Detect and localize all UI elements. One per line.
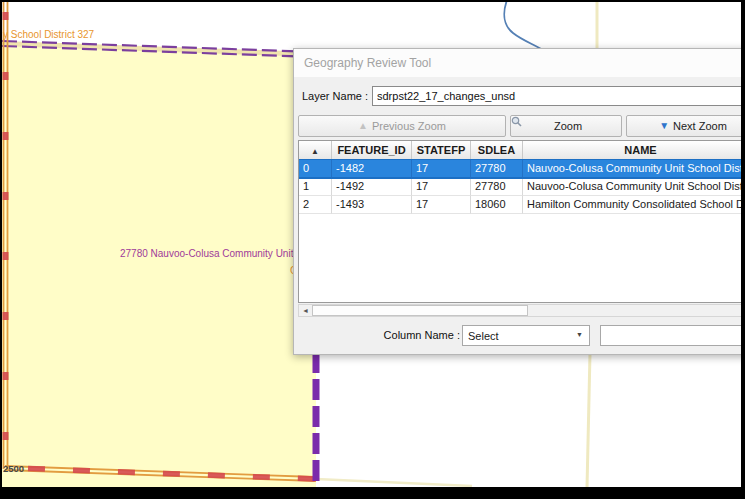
- previous-zoom-label: Previous Zoom: [372, 120, 446, 132]
- next-zoom-icon: ▼: [659, 121, 669, 131]
- river-line: [504, 2, 546, 52]
- cell-sdlea: 27780: [471, 178, 523, 196]
- column-name-dropdown[interactable]: Select ▼: [462, 325, 590, 346]
- column-header-sdlea[interactable]: SDLEA: [471, 141, 523, 159]
- road-cream-bottom: [587, 353, 590, 487]
- zoom-button[interactable]: Zoom: [510, 115, 622, 137]
- cell-statefp: 17: [412, 196, 471, 214]
- cell-name: Nauvoo-Colusa Community Unit School Dist…: [523, 178, 741, 196]
- cell-feature-id: -1493: [332, 196, 412, 214]
- previous-zoom-button[interactable]: ▲ Previous Zoom: [298, 115, 506, 137]
- row-header: 0: [299, 160, 332, 178]
- layer-name-input[interactable]: [372, 86, 741, 106]
- cell-sdlea: 18060: [471, 196, 523, 214]
- column-name-label: Column Name :: [336, 329, 460, 341]
- layer-name-label: Layer Name :: [302, 90, 368, 102]
- map-label-road-2500: 2500: [3, 463, 24, 474]
- next-zoom-label: Next Zoom: [673, 120, 727, 132]
- filter-value-input[interactable]: [600, 325, 741, 346]
- attribute-table: ▲ FEATURE_ID STATEFP SDLEA NAME 0 -1482 …: [298, 140, 741, 303]
- cell-name: Hamilton Community Consolidated School D…: [523, 196, 741, 214]
- table-row[interactable]: 0 -1482 17 27780 Nauvoo-Colusa Community…: [299, 160, 741, 178]
- geography-review-tool-dialog: Geography Review Tool Layer Name : ▲ Pre…: [293, 48, 741, 355]
- cell-statefp: 17: [412, 178, 471, 196]
- previous-zoom-icon: ▲: [358, 121, 368, 131]
- table-header-row: ▲ FEATURE_ID STATEFP SDLEA NAME: [299, 141, 741, 160]
- row-header: 1: [299, 178, 332, 196]
- table-row[interactable]: 1 -1492 17 27780 Nauvoo-Colusa Community…: [299, 178, 741, 196]
- cell-statefp: 17: [412, 160, 471, 178]
- cell-name: Nauvoo-Colusa Community Unit School Dist…: [523, 160, 741, 178]
- zoom-label: Zoom: [554, 120, 582, 132]
- cell-sdlea: 27780: [471, 160, 523, 178]
- dialog-title: Geography Review Tool: [304, 56, 431, 70]
- sort-ascending-icon[interactable]: ▲: [299, 141, 332, 159]
- row-header: 2: [299, 196, 332, 214]
- screenshot-frame: y School District 327 27780 Nauvoo-Colus…: [0, 0, 745, 499]
- scroll-left-icon[interactable]: ◄: [299, 305, 312, 316]
- horizontal-scrollbar[interactable]: ◄: [298, 304, 741, 317]
- dialog-titlebar[interactable]: Geography Review Tool: [294, 49, 741, 77]
- column-header-statefp[interactable]: STATEFP: [412, 141, 471, 159]
- map-canvas[interactable]: y School District 327 27780 Nauvoo-Colus…: [2, 2, 741, 487]
- map-label-district-327: y School District 327: [3, 29, 94, 40]
- cell-feature-id: -1492: [332, 178, 412, 196]
- table-row[interactable]: 2 -1493 17 18060 Hamilton Community Cons…: [299, 196, 741, 214]
- column-header-feature-id[interactable]: FEATURE_ID: [332, 141, 412, 159]
- chevron-down-icon: ▼: [576, 331, 583, 338]
- dropdown-selected-value: Select: [468, 330, 499, 342]
- column-header-name[interactable]: NAME: [523, 141, 741, 159]
- scrollbar-thumb[interactable]: [312, 305, 528, 316]
- cell-feature-id: -1482: [332, 160, 412, 178]
- district-polygon: [2, 42, 316, 487]
- map-label-nauvoo-colusa: 27780 Nauvoo-Colusa Community Unit S: [120, 248, 303, 259]
- next-zoom-button[interactable]: ▼ Next Zoom: [626, 115, 741, 137]
